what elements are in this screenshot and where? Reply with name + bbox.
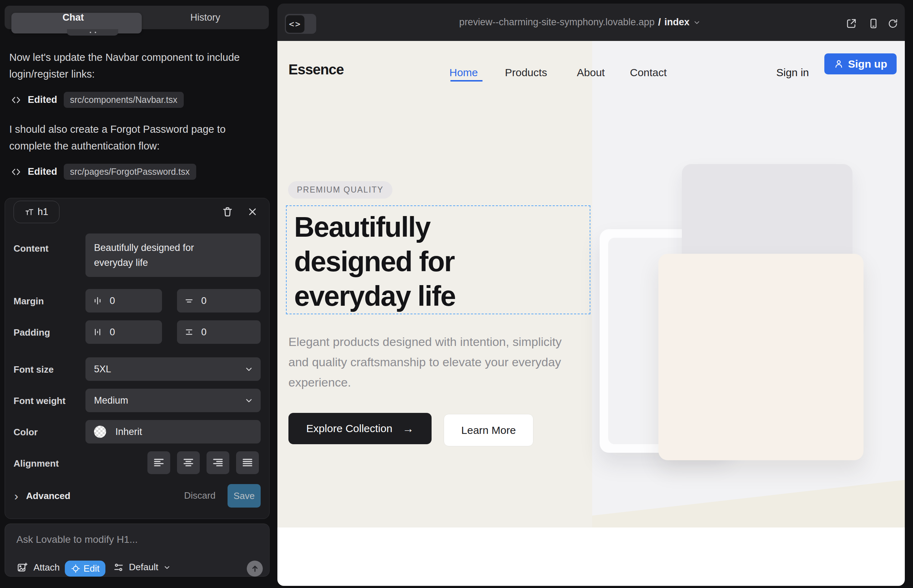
type-icon (24, 207, 34, 217)
target-icon (71, 564, 81, 573)
app-window: Chat History Now let's update the Navbar… (0, 0, 913, 588)
selected-tag-label: h1 (37, 207, 48, 218)
edit-mode-button[interactable]: Edit (65, 561, 105, 577)
font-size-label: Font size (13, 364, 54, 375)
content-label: Content (13, 243, 49, 254)
signup-label: Sign up (848, 58, 887, 70)
content-value: Beautifully designed for everyday life (94, 240, 213, 270)
signin-link[interactable]: Sign in (776, 66, 809, 79)
content-input[interactable]: Beautifully designed for everyday life (86, 234, 261, 277)
signup-button[interactable]: Sign up (824, 53, 897, 74)
smartphone-icon (868, 18, 879, 29)
discard-button[interactable]: Discard (184, 490, 215, 501)
send-button[interactable] (247, 561, 263, 577)
file-path-chip[interactable]: src/components/Navbar.tsx (64, 92, 184, 108)
url-bar[interactable]: preview--charming-site-symphony.lovable.… (277, 3, 883, 41)
mobile-preview-button[interactable] (868, 18, 879, 29)
attach-button[interactable]: Attach (16, 562, 60, 573)
chevron-right-icon: › (14, 489, 18, 503)
padding-horizontal-input[interactable]: 0 (86, 320, 162, 344)
font-size-select[interactable]: 5XL (86, 357, 261, 381)
attach-image-icon (16, 562, 28, 573)
margin-horizontal-input[interactable]: 0 (86, 289, 162, 312)
nav-link-about[interactable]: About (577, 66, 605, 79)
padding-vertical-input[interactable]: 0 (177, 320, 261, 344)
url-page: index (664, 17, 690, 28)
preview-browser-panel: <> preview--charming-site-symphony.lovab… (277, 3, 905, 586)
tab-history[interactable]: History (142, 7, 269, 28)
align-justify-button[interactable] (236, 451, 259, 474)
padding-horizontal-value: 0 (110, 327, 115, 338)
padding-vertical-value: 0 (201, 327, 207, 338)
align-left-button[interactable] (147, 451, 170, 474)
edited-file-row[interactable]: Edited src/pages/ForgotPassword.tsx (11, 164, 196, 180)
truncated-chip (67, 29, 118, 36)
nav-link-products[interactable]: Products (505, 66, 547, 79)
tab-chat[interactable]: Chat (5, 7, 142, 28)
url-domain: preview--charming-site-symphony.lovable.… (459, 17, 655, 28)
delete-element-button[interactable] (222, 206, 233, 218)
margin-vertical-input[interactable]: 0 (177, 289, 261, 312)
color-value: Inherit (115, 426, 142, 438)
font-size-value: 5XL (94, 364, 111, 375)
font-weight-value: Medium (94, 395, 128, 406)
align-center-button[interactable] (177, 451, 200, 474)
learn-more-button[interactable]: Learn More (444, 414, 533, 446)
advanced-toggle[interactable]: › Advanced (14, 489, 71, 503)
save-button[interactable]: Save (228, 484, 261, 507)
external-link-icon (845, 18, 858, 29)
chevron-down-icon (163, 564, 171, 571)
chat-message: I should also create a Forgot Password p… (9, 121, 255, 155)
default-mode-select[interactable]: Default (113, 562, 171, 573)
send-arrow-icon (250, 564, 260, 573)
edit-label: Edit (84, 563, 100, 574)
alignment-label: Alignment (13, 458, 59, 469)
hero-description: Elegant products designed with intention… (288, 332, 573, 393)
hero-heading-line: designed for (294, 244, 455, 279)
nav-link-home[interactable]: Home (449, 66, 478, 79)
file-path-chip[interactable]: src/pages/ForgotPassword.tsx (64, 164, 196, 180)
composer-input[interactable]: Ask Lovable to modify H1... (16, 534, 138, 545)
color-select[interactable]: Inherit (86, 420, 261, 444)
color-label: Color (13, 427, 38, 438)
margin-horizontal-icon (92, 296, 102, 306)
align-justify-icon (241, 457, 254, 469)
padding-label: Padding (13, 327, 50, 338)
edited-file-row[interactable]: Edited src/components/Navbar.tsx (11, 92, 184, 108)
sliders-icon (113, 562, 124, 573)
chevron-down-icon (693, 18, 701, 26)
site-logo[interactable]: Essence (288, 61, 344, 78)
hero-heading-line: everyday life (294, 279, 455, 313)
trash-icon (222, 206, 233, 218)
open-external-button[interactable] (845, 18, 858, 29)
site-viewport: Essence Home Products About Contact Sign… (277, 41, 905, 586)
edited-label: Edited (28, 94, 57, 105)
align-center-icon (182, 457, 194, 469)
arrow-right-icon: → (402, 422, 414, 435)
font-weight-select[interactable]: Medium (86, 389, 261, 412)
color-swatch (94, 426, 106, 438)
next-section-background (277, 528, 905, 586)
selected-element-badge: h1 (13, 201, 60, 223)
chevron-down-icon (244, 396, 254, 405)
hero-heading[interactable]: Beautifully designed for everyday life (294, 210, 455, 313)
edited-label: Edited (28, 166, 57, 177)
chevron-down-icon (244, 365, 254, 374)
refresh-icon (887, 18, 899, 29)
close-icon (247, 206, 258, 218)
decor-card-beige (659, 254, 863, 460)
user-icon (834, 59, 843, 69)
margin-horizontal-value: 0 (110, 296, 115, 307)
hero-badge: PREMIUM QUALITY (288, 181, 392, 199)
code-icon (11, 95, 21, 105)
refresh-button[interactable] (887, 18, 899, 29)
explore-collection-button[interactable]: Explore Collection → (288, 413, 432, 444)
align-right-button[interactable] (207, 451, 229, 474)
chat-message: Now let's update the Navbar component to… (9, 49, 255, 82)
url-separator: / (658, 17, 661, 28)
explore-collection-label: Explore Collection (306, 423, 392, 435)
nav-link-contact[interactable]: Contact (630, 66, 667, 79)
attach-label: Attach (34, 562, 60, 573)
close-editor-button[interactable] (247, 206, 258, 218)
chat-history-tabbar: Chat History (5, 6, 269, 29)
